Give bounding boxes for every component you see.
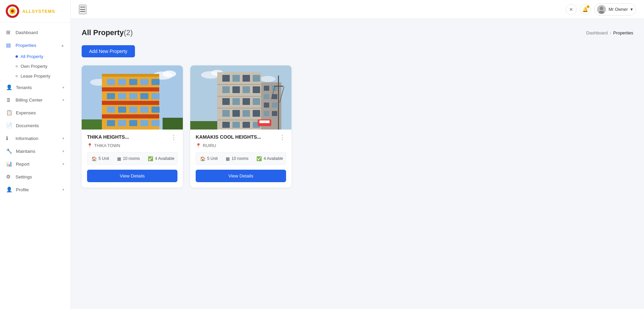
svg-rect-28 bbox=[140, 107, 148, 113]
user-chevron-icon: ▾ bbox=[631, 7, 633, 12]
stat-rooms-thika: ▦ 10 rooms bbox=[117, 156, 140, 161]
maintains-icon: 🔧 bbox=[6, 148, 12, 154]
chevron-down-report: ▾ bbox=[62, 162, 64, 166]
svg-rect-52 bbox=[232, 86, 240, 93]
svg-rect-50 bbox=[253, 75, 260, 82]
svg-rect-29 bbox=[151, 107, 160, 113]
hamburger-button[interactable]: ☰ bbox=[79, 5, 86, 14]
units-icon-kamakis: 🏠 bbox=[200, 156, 205, 161]
svg-rect-37 bbox=[102, 74, 159, 77]
sidebar-item-expenses[interactable]: 📋 Expenses bbox=[0, 106, 71, 119]
svg-rect-70 bbox=[264, 94, 269, 99]
expenses-icon: 📋 bbox=[6, 110, 12, 116]
svg-rect-30 bbox=[107, 120, 115, 126]
sidebar-item-dashboard[interactable]: ⊞ Dashboard bbox=[0, 26, 71, 39]
property-count: (2) bbox=[124, 28, 133, 37]
close-button[interactable]: ✕ bbox=[566, 4, 577, 15]
svg-rect-47 bbox=[222, 75, 230, 82]
svg-point-41 bbox=[260, 76, 275, 82]
user-name: Mr Owner bbox=[609, 7, 628, 12]
svg-rect-62 bbox=[253, 110, 260, 117]
svg-rect-17 bbox=[129, 79, 137, 85]
rooms-icon-thika: ▦ bbox=[117, 156, 121, 161]
svg-rect-25 bbox=[107, 107, 115, 113]
sidebar-item-lease-property[interactable]: Lease Property bbox=[12, 71, 71, 81]
information-icon: ℹ bbox=[6, 135, 12, 141]
sidebar-item-maintains[interactable]: 🔧 Maintains ▾ bbox=[0, 145, 71, 158]
chevron-up-icon: ▲ bbox=[61, 43, 64, 47]
page-title: All Property(2) bbox=[82, 28, 133, 37]
sidebar-item-label-information: Information bbox=[16, 136, 38, 141]
svg-rect-34 bbox=[151, 120, 160, 126]
dot-lease-property bbox=[16, 75, 18, 77]
property-location-text-kamakis: RUIRU bbox=[203, 143, 216, 148]
svg-rect-14 bbox=[102, 114, 159, 118]
properties-grid: THIKA HEIGHTS... ⋮ 📍 THIKA TOWN 🏠 5 Unit bbox=[82, 65, 633, 188]
user-menu-button[interactable]: Mr Owner ▾ bbox=[594, 3, 636, 16]
svg-rect-65 bbox=[243, 122, 250, 128]
sidebar-item-own-property[interactable]: Own Property bbox=[12, 61, 71, 71]
sidebar-item-tenants[interactable]: 👤 Tenants ▾ bbox=[0, 81, 71, 94]
svg-rect-22 bbox=[129, 93, 137, 99]
sidebar-item-profile[interactable]: 👤 Profile ▾ bbox=[0, 183, 71, 196]
sidebar-item-label-properties: Properties bbox=[16, 43, 36, 48]
chevron-down-information: ▾ bbox=[62, 136, 64, 141]
property-stats-kamakis: 🏠 5 Unit ▦ 10 rooms ✅ 4 Available bbox=[196, 152, 286, 165]
property-location-text-thika: THIKA TOWN bbox=[94, 143, 120, 148]
svg-rect-59 bbox=[222, 110, 230, 117]
stat-units-kamakis: 🏠 5 Unit bbox=[200, 156, 218, 161]
sidebar-item-label-expenses: Expenses bbox=[16, 110, 36, 115]
bell-button[interactable]: 🔔 bbox=[580, 4, 591, 15]
content-area: All Property(2) Dashboard › Properties A… bbox=[71, 19, 644, 309]
rooms-text-kamakis: 10 rooms bbox=[231, 156, 248, 161]
sidebar-item-all-property[interactable]: All Property bbox=[12, 52, 71, 61]
svg-rect-72 bbox=[264, 103, 269, 108]
view-details-button-thika[interactable]: View Details bbox=[87, 170, 177, 182]
sidebar-item-documents[interactable]: 📄 Documents bbox=[0, 119, 71, 132]
view-details-button-kamakis[interactable]: View Details bbox=[196, 170, 286, 182]
card-header-thika: THIKA HEIGHTS... ⋮ bbox=[87, 134, 177, 140]
sidebar-item-label-tenants: Tenants bbox=[16, 85, 32, 90]
svg-rect-46 bbox=[217, 119, 261, 120]
sidebar-item-settings[interactable]: ⚙ Settings bbox=[0, 170, 71, 183]
svg-rect-51 bbox=[222, 86, 230, 93]
svg-rect-76 bbox=[278, 76, 279, 130]
units-text-thika: 5 Unit bbox=[99, 156, 109, 161]
stat-available-thika: ✅ 4 Available bbox=[148, 156, 174, 161]
add-new-property-button[interactable]: Add New Property bbox=[82, 45, 135, 57]
svg-rect-58 bbox=[253, 98, 260, 105]
svg-rect-35 bbox=[82, 119, 102, 130]
available-icon-thika: ✅ bbox=[148, 156, 153, 161]
rooms-text-thika: 10 rooms bbox=[123, 156, 140, 161]
svg-rect-53 bbox=[243, 86, 250, 93]
chevron-down-billing: ▾ bbox=[62, 98, 64, 102]
property-title-kamakis: KAMAKIS COOL HEIGHTS... bbox=[196, 134, 261, 140]
avatar bbox=[597, 5, 606, 14]
property-menu-button-kamakis[interactable]: ⋮ bbox=[279, 134, 286, 140]
sidebar: ALLSYSTEMS ⊞ Dashboard ▤ Properties ▲ Al… bbox=[0, 0, 71, 309]
rooms-icon-kamakis: ▦ bbox=[226, 156, 230, 161]
svg-rect-57 bbox=[243, 98, 250, 105]
available-text-kamakis: 4 Available bbox=[263, 156, 283, 161]
svg-rect-55 bbox=[222, 98, 230, 105]
card-body-thika: THIKA HEIGHTS... ⋮ 📍 THIKA TOWN 🏠 5 Unit bbox=[82, 130, 183, 188]
sidebar-item-properties[interactable]: ▤ Properties ▲ bbox=[0, 39, 71, 52]
property-card-thika: THIKA HEIGHTS... ⋮ 📍 THIKA TOWN 🏠 5 Unit bbox=[82, 65, 183, 188]
property-menu-button-thika[interactable]: ⋮ bbox=[170, 134, 177, 140]
all-property-label: All Property bbox=[21, 54, 43, 59]
svg-rect-74 bbox=[264, 111, 269, 116]
lease-property-label: Lease Property bbox=[21, 74, 50, 79]
sidebar-item-report[interactable]: 📊 Report ▾ bbox=[0, 158, 71, 170]
billing-icon: 🗓 bbox=[6, 97, 12, 103]
sidebar-item-billing[interactable]: 🗓 Billing Center ▾ bbox=[0, 94, 71, 106]
building-svg-thika bbox=[82, 65, 183, 130]
svg-rect-16 bbox=[118, 79, 126, 85]
main-wrapper: ☰ ✕ 🔔 Mr Owner ▾ bbox=[71, 0, 644, 309]
building-svg-kamakis bbox=[190, 65, 291, 130]
svg-rect-18 bbox=[140, 79, 148, 85]
svg-rect-63 bbox=[222, 122, 230, 128]
svg-rect-75 bbox=[272, 111, 277, 116]
location-icon-thika: 📍 bbox=[87, 143, 92, 148]
sidebar-item-information[interactable]: ℹ Information ▾ bbox=[0, 132, 71, 145]
svg-rect-80 bbox=[190, 121, 217, 130]
